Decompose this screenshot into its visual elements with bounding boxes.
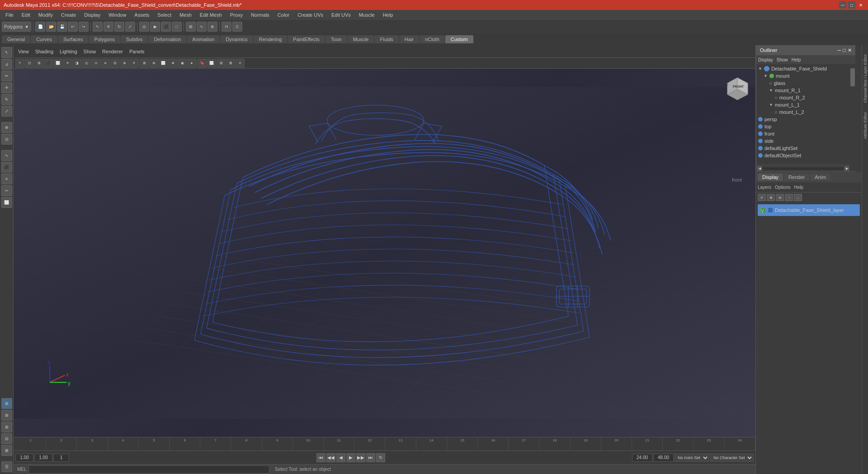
quick-layout3-btn[interactable]: ⊞ <box>1 422 12 432</box>
vp-snap-icon[interactable]: ⊕ <box>149 59 158 68</box>
layer-create-btn[interactable]: ≡ <box>758 194 766 201</box>
tree-item-front[interactable]: front <box>756 130 850 137</box>
vp-camera-icon[interactable]: ⊡ <box>25 59 34 68</box>
extrude-btn[interactable]: ⬛ <box>1 162 12 173</box>
vp-menu-lighting[interactable]: Lighting <box>57 48 80 55</box>
outliner-restore-btn[interactable]: □ <box>843 47 846 53</box>
layer-visibility-check[interactable]: V <box>760 207 766 213</box>
tab-subdvs[interactable]: Subdvs <box>121 35 148 43</box>
vp-wireframe-icon[interactable]: ⊞ <box>34 59 43 68</box>
snap-curve-btn[interactable]: ∿ <box>197 22 207 32</box>
tab-polygons[interactable]: Polygons <box>89 35 120 43</box>
layer-add-btn[interactable]: ⊕ <box>767 194 775 201</box>
snap-grid-btn[interactable]: ⊞ <box>186 22 196 32</box>
layer-type-indicator[interactable] <box>768 207 773 213</box>
quick-layout4-btn[interactable]: ⊟ <box>1 433 12 444</box>
tab-fluids[interactable]: Fluids <box>374 35 398 43</box>
redo-btn[interactable]: ↪ <box>79 22 89 32</box>
anim-play-btn[interactable]: ▶ <box>346 453 355 462</box>
anim-loop-btn[interactable]: ↻ <box>376 453 385 462</box>
outliner-menu-help[interactable]: Help <box>792 57 801 62</box>
outliner-scroll-right-btn[interactable]: ▶ <box>844 166 849 171</box>
tree-item-top[interactable]: top <box>756 123 850 130</box>
sub-tab-options[interactable]: Options <box>775 185 790 190</box>
tab-muscle[interactable]: Muscle <box>348 35 374 43</box>
vp-menu-show[interactable]: Show <box>81 48 99 55</box>
tree-item-side[interactable]: side <box>756 137 850 145</box>
panel-tab-render[interactable]: Render <box>784 174 809 181</box>
tab-painteffects[interactable]: PaintEffects <box>288 35 325 43</box>
vp-render2-icon[interactable]: ⬜ <box>207 59 216 68</box>
menu-create-uvs[interactable]: Create UVs <box>294 11 327 19</box>
attr-editor-label[interactable]: Attribute Editor <box>863 112 868 139</box>
history-btn[interactable]: H <box>222 22 231 32</box>
vp-quality2-icon[interactable]: ◉ <box>178 59 187 68</box>
tree-item-defaultobjectset[interactable]: defaultObjectSet <box>756 152 850 159</box>
save-scene-btn[interactable]: 💾 <box>57 22 67 32</box>
menu-edit-mesh[interactable]: Edit Mesh <box>196 11 226 19</box>
outliner-menu-display[interactable]: Display <box>758 57 773 62</box>
outliner-scroll-left-btn[interactable]: ◀ <box>757 166 762 171</box>
tree-item-detachable[interactable]: ▼ Detachable_Fase_Shield <box>756 65 850 72</box>
open-scene-btn[interactable]: 📂 <box>46 22 56 32</box>
menu-create[interactable]: Create <box>57 11 80 19</box>
menu-display[interactable]: Display <box>80 11 104 19</box>
tree-item-mount-r2[interactable]: ○ mount_R_2 <box>756 94 850 101</box>
quick-layout-btn[interactable]: ⊞ <box>1 398 12 409</box>
close-button[interactable]: ✕ <box>857 1 864 9</box>
mel-input[interactable] <box>28 465 269 474</box>
anim-skip-end-btn[interactable]: ⏭ <box>366 453 375 462</box>
vp-ortho-icon[interactable]: ⊠ <box>226 59 235 68</box>
paint-btn[interactable]: ✏ <box>1 70 12 81</box>
vp-bookmark-icon[interactable]: 🔖 <box>198 59 207 68</box>
cut-btn[interactable]: ✂ <box>1 185 12 196</box>
vp-extra-icon[interactable]: ≡ <box>236 59 245 68</box>
tree-item-mount-l1[interactable]: ▼ mount_L_1 <box>756 101 850 108</box>
quick-layout5-btn[interactable]: ⊠ <box>1 445 12 456</box>
anim-end-field[interactable] <box>34 454 52 462</box>
channel-box-btn[interactable]: C <box>232 22 242 32</box>
3d-viewport[interactable]: x y z FRONT <box>14 69 755 437</box>
vp-menu-view[interactable]: View <box>15 48 32 55</box>
tree-item-mount-l2[interactable]: ○ mount_L_2 <box>756 108 850 116</box>
tree-item-defaultlightset[interactable]: defaultLightSet <box>756 145 850 152</box>
ipr-btn[interactable]: ⬛ <box>161 22 171 32</box>
tab-rendering[interactable]: Rendering <box>254 35 288 43</box>
current-frame-field[interactable] <box>53 454 69 462</box>
menu-proxy[interactable]: Proxy <box>226 11 246 19</box>
quick-layout2-btn[interactable]: ⊞ <box>1 410 12 421</box>
menu-modify[interactable]: Modify <box>35 11 57 19</box>
lasso-btn[interactable]: ⊿ <box>1 59 12 70</box>
vp-texture-icon[interactable]: ⬜ <box>53 59 62 68</box>
tree-item-persp[interactable]: persp <box>756 116 850 123</box>
outliner-vscroll-thumb[interactable] <box>850 68 855 86</box>
timeline[interactable]: 1 2 3 4 5 6 7 8 9 10 11 12 13 14 15 16 1… <box>14 437 755 451</box>
menu-mesh[interactable]: Mesh <box>176 11 195 19</box>
sub-tab-help[interactable]: Help <box>794 185 803 190</box>
vp-grid-icon[interactable]: ⊞ <box>140 59 149 68</box>
vp-shadow-icon[interactable]: ◨ <box>72 59 81 68</box>
menu-assets[interactable]: Assets <box>131 11 153 19</box>
render-btn[interactable]: ▶ <box>150 22 160 32</box>
tab-ncloth[interactable]: nCloth <box>420 35 445 43</box>
anim-start-field[interactable] <box>15 454 33 462</box>
select-tool-btn[interactable]: ↖ <box>93 22 103 32</box>
tree-item-mount-r1[interactable]: ▼ mount_R_1 <box>756 87 850 94</box>
menu-muscle[interactable]: Muscle <box>355 11 378 19</box>
menu-edit[interactable]: Edit <box>18 11 34 19</box>
panel-tab-display[interactable]: Display <box>758 174 783 181</box>
vp-menu-renderer[interactable]: Renderer <box>99 48 126 55</box>
tab-general[interactable]: General <box>2 35 30 43</box>
anim-set-dropdown[interactable]: No Anim Set <box>675 454 709 462</box>
vp-menu-shading[interactable]: Shading <box>33 48 56 55</box>
sub-tab-layers[interactable]: Layers <box>758 185 771 190</box>
tab-surfaces[interactable]: Surfaces <box>58 35 88 43</box>
restore-button[interactable]: □ <box>848 1 855 9</box>
vp-display-icon[interactable]: ⬜ <box>159 59 168 68</box>
vp-ao-icon[interactable]: ◎ <box>82 59 91 68</box>
tree-item-glass[interactable]: ○ glass <box>756 80 850 87</box>
outliner-vscrollbar[interactable] <box>850 64 855 171</box>
outliner-close-btn[interactable]: ✕ <box>848 47 852 53</box>
vp-all-lights-icon[interactable]: ☀ <box>63 59 72 68</box>
layer-item-shield[interactable]: V Detachable_Fase_Shield_layer <box>758 204 860 216</box>
